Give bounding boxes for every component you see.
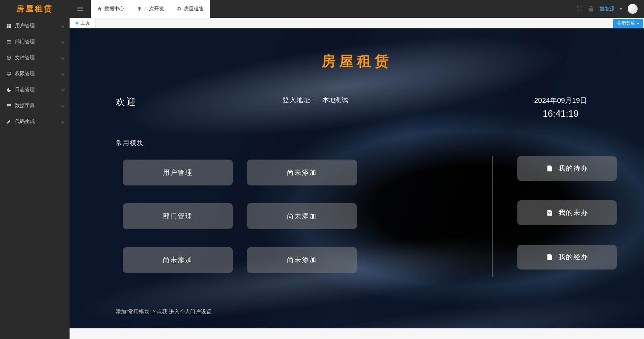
module-btn-empty[interactable]: 尚未添加 (123, 247, 233, 273)
sidebar-item-log[interactable]: 日志管理 (0, 82, 70, 98)
grid-icon (6, 23, 11, 28)
sidebar-item-dict[interactable]: 数据字典 (0, 98, 70, 113)
bulb-icon (137, 6, 142, 11)
chevron-down-icon (61, 72, 65, 76)
nav-label: 二次开发 (144, 6, 164, 12)
nav-data-center[interactable]: 数据中心 (91, 0, 131, 18)
welcome-text: 欢迎 (70, 96, 219, 119)
top-right: 幽络源 ▼ (577, 4, 638, 14)
login-value: 本地测试 (323, 96, 348, 104)
lock-icon[interactable] (588, 6, 594, 12)
sidebar-item-dept[interactable]: 部门管理 (0, 34, 70, 50)
task-label: 我的经办 (558, 252, 588, 262)
sidebar-label: 部门管理 (15, 39, 35, 45)
info-row: 欢迎 登入地址： 本地测试 2024年09月19日 16:41:19 (70, 96, 644, 119)
task-undone[interactable]: 我的未办 (517, 200, 617, 225)
sidebar-item-perm[interactable]: 权限管理 (0, 66, 70, 82)
grid-icon (6, 103, 11, 108)
chevron-down-icon (61, 120, 65, 123)
tab-label: 主页 (81, 20, 90, 26)
list-icon (6, 39, 11, 44)
login-address: 登入地址： 本地测试 (219, 96, 495, 119)
brand-logo: 房屋租赁 (0, 4, 70, 14)
sidebar-item-code[interactable]: 代码生成 (0, 113, 70, 129)
chevron-down-icon (61, 88, 65, 91)
module-btn-dept[interactable]: 部门管理 (123, 203, 233, 229)
sidebar-label: 日志管理 (15, 87, 35, 93)
svg-rect-1 (7, 72, 11, 74)
nav-dev[interactable]: 二次开发 (131, 0, 170, 18)
date-text: 2024年09月19日 (495, 96, 626, 105)
sidebar-item-file[interactable]: 文件管理 (0, 50, 70, 66)
content-area: 主页 关闭菜单 房屋租赁 欢迎 登入地址： 本地测试 2024年09月19日 1… (70, 18, 644, 339)
pencil-icon (6, 119, 11, 124)
task-label: 我的待办 (558, 164, 588, 173)
chevron-down-icon (61, 56, 65, 60)
home-icon (97, 6, 102, 11)
globe-icon (6, 55, 11, 60)
chevron-down-icon (61, 24, 65, 28)
bottom-gap (70, 328, 644, 339)
dashboard-title: 房屋租赁 (70, 28, 644, 71)
username[interactable]: 幽络源 (599, 6, 614, 12)
active-dot-icon (76, 22, 78, 24)
my-tasks: 我的待办 我的未办 我的经办 (517, 156, 617, 277)
doc-user-icon (546, 253, 554, 261)
dashboard-icon (6, 87, 11, 92)
nav-label: 数据中心 (104, 6, 124, 12)
chevron-down-icon (61, 40, 65, 44)
sidebar: 用户管理 部门管理 文件管理 权限管理 日志管理 数据字典 (0, 18, 70, 339)
menu-icon (76, 5, 84, 13)
vertical-divider (492, 156, 492, 277)
module-btn-empty[interactable]: 尚未添加 (247, 160, 357, 185)
time-text: 16:41:19 (495, 108, 626, 119)
task-label: 我的未办 (558, 208, 588, 217)
close-menu-button[interactable]: 关闭菜单 (613, 19, 643, 28)
nav-label: 房屋租售 (184, 6, 204, 12)
doc-check-icon (546, 209, 554, 217)
module-btn-empty[interactable]: 尚未添加 (247, 203, 357, 229)
portal-settings-link[interactable]: 添加"常用模块"？点我 进入个人门户设置 (116, 309, 211, 315)
sidebar-label: 权限管理 (15, 71, 35, 77)
sidebar-label: 用户管理 (15, 23, 35, 29)
sidebar-label: 数据字典 (15, 102, 35, 109)
modules-grid: 用户管理 尚未添加 部门管理 尚未添加 尚未添加 尚未添加 (123, 160, 414, 277)
fullscreen-icon[interactable] (577, 6, 583, 12)
modules-label: 常用模块 (70, 139, 644, 147)
login-label: 登入地址： (282, 96, 318, 104)
task-todo[interactable]: 我的待办 (517, 156, 617, 181)
chevron-down-icon (61, 104, 65, 107)
module-btn-empty[interactable]: 尚未添加 (247, 247, 357, 273)
modules-area: 用户管理 尚未添加 部门管理 尚未添加 尚未添加 尚未添加 我的待办 我的未办 (70, 160, 644, 277)
sidebar-item-user[interactable]: 用户管理 (0, 18, 70, 34)
sidebar-toggle[interactable] (70, 0, 91, 18)
datetime: 2024年09月19日 16:41:19 (495, 96, 644, 119)
dashboard: 房屋租赁 欢迎 登入地址： 本地测试 2024年09月19日 16:41:19 … (70, 28, 644, 328)
topbar: 房屋租赁 数据中心 二次开发 房屋租售 幽络源 ▼ (0, 0, 644, 18)
top-nav: 数据中心 二次开发 房屋租售 (91, 0, 210, 18)
tab-bar: 主页 关闭菜单 (70, 18, 644, 28)
doc-icon (546, 165, 554, 172)
sidebar-label: 代码生成 (15, 118, 35, 125)
sidebar-label: 文件管理 (15, 55, 35, 61)
close-menu-label: 关闭菜单 (617, 20, 635, 27)
avatar[interactable] (628, 4, 638, 14)
tab-home[interactable]: 主页 (70, 18, 96, 28)
gear-icon (177, 6, 182, 11)
nav-house-rent[interactable]: 房屋租售 (170, 0, 210, 18)
caret-down-icon (637, 23, 639, 24)
module-btn-user[interactable]: 用户管理 (123, 160, 233, 185)
task-done[interactable]: 我的经办 (517, 245, 617, 269)
monitor-icon (6, 71, 11, 76)
